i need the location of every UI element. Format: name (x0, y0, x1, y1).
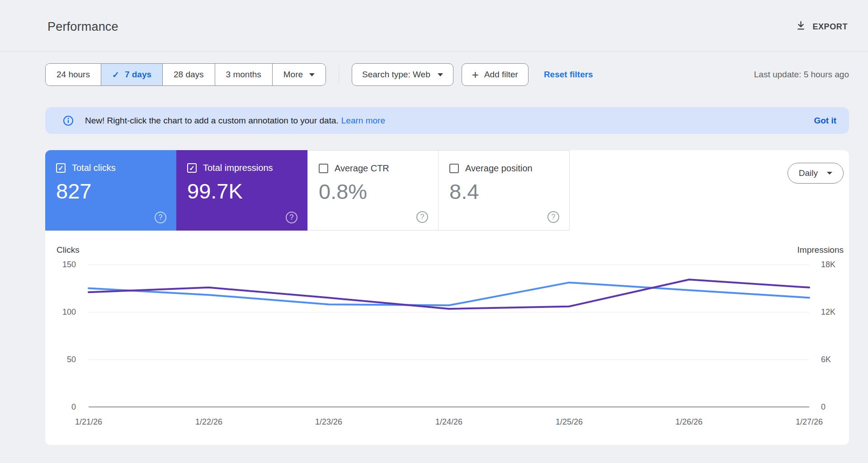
range-label: 3 months (226, 70, 261, 80)
download-icon (796, 20, 806, 33)
plus-icon: + (472, 69, 479, 80)
range-more-dropdown[interactable]: More (272, 64, 326, 85)
vertical-divider (339, 65, 339, 84)
last-update-text: Last update: 5 hours ago (754, 70, 849, 80)
page-title: Performance (47, 20, 118, 34)
got-it-button[interactable]: Got it (814, 116, 836, 126)
search-type-dropdown[interactable]: Search type: Web (352, 63, 453, 86)
header-divider (0, 51, 868, 52)
add-filter-label: Add filter (484, 70, 518, 80)
performance-card: ✓ Total clicks 827 ? ✓ Total impressions… (45, 150, 849, 445)
top-bar: Performance EXPORT (0, 0, 868, 38)
learn-more-link[interactable]: Learn more (341, 116, 385, 125)
annotation-promo-banner: New! Right-click the chart to add a cust… (45, 107, 849, 134)
range-3-months[interactable]: 3 months (215, 64, 272, 85)
check-icon: ✓ (112, 70, 119, 80)
range-28-days[interactable]: 28 days (162, 64, 215, 85)
range-24-hours[interactable]: 24 hours (46, 64, 101, 85)
range-label: 7 days (125, 70, 151, 80)
add-filter-button[interactable]: + Add filter (462, 63, 528, 86)
chevron-down-icon (309, 73, 315, 76)
performance-line-chart[interactable] (45, 150, 849, 445)
date-range-group: 24 hours ✓ 7 days 28 days 3 months More (45, 63, 326, 86)
export-button[interactable]: EXPORT (796, 20, 848, 33)
info-icon (62, 115, 74, 127)
range-label: More (283, 70, 303, 80)
chevron-down-icon (438, 73, 443, 76)
banner-message: New! Right-click the chart to add a cust… (85, 116, 385, 126)
range-7-days[interactable]: ✓ 7 days (101, 64, 162, 85)
range-label: 24 hours (57, 70, 90, 80)
export-label: EXPORT (812, 22, 848, 32)
reset-filters-link[interactable]: Reset filters (544, 70, 593, 80)
range-label: 28 days (174, 70, 204, 80)
series-total-clicks (89, 283, 809, 305)
search-type-label: Search type: Web (362, 70, 430, 80)
filter-row: 24 hours ✓ 7 days 28 days 3 months More … (45, 63, 849, 86)
